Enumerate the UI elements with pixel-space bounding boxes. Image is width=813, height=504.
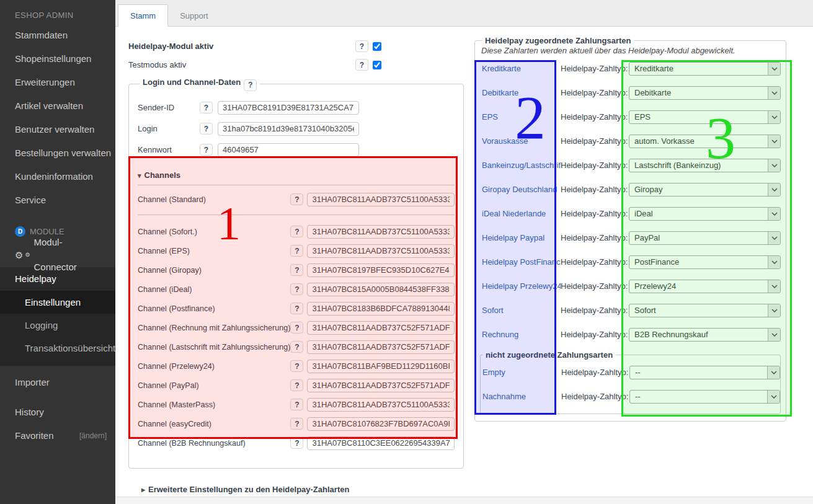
- zahltyp-select[interactable]: PayPal: [629, 231, 781, 245]
- help-icon[interactable]: ?: [290, 399, 303, 410]
- chevron-down-icon[interactable]: [768, 232, 780, 244]
- payment-name-link[interactable]: Rechnung: [480, 330, 561, 339]
- zahltyp-select[interactable]: --: [629, 366, 780, 379]
- field-label: Sender-ID: [138, 103, 200, 112]
- sidebar-item[interactable]: Stammdaten: [0, 24, 115, 47]
- channel-input[interactable]: [307, 244, 455, 258]
- channel-input[interactable]: [307, 193, 455, 206]
- zahltyp-select[interactable]: iDeal: [629, 207, 781, 221]
- sidebar-subitem-einstellungen[interactable]: Einstellungen: [0, 291, 115, 314]
- sidebar-item-modul-connector[interactable]: ⚙⚙ Modul-Connector: [0, 242, 115, 267]
- chevron-down-icon[interactable]: [768, 329, 780, 341]
- zahltyp-select[interactable]: Lastschrift (Bankeinzug): [629, 159, 781, 172]
- help-icon[interactable]: ?: [290, 245, 303, 257]
- help-icon[interactable]: ?: [290, 226, 303, 237]
- zahltyp-select[interactable]: Debitkarte: [629, 86, 781, 100]
- payment-name-link[interactable]: Heidelpay Paypal: [480, 233, 561, 242]
- chevron-down-icon[interactable]: [768, 304, 780, 317]
- chevron-down-icon[interactable]: [768, 208, 780, 220]
- channel-input[interactable]: [307, 340, 455, 354]
- zahltyp-select[interactable]: EPS: [629, 110, 781, 124]
- zahltyp-select[interactable]: PostFinance: [629, 255, 781, 269]
- chevron-down-icon[interactable]: [768, 135, 780, 148]
- channel-input[interactable]: [307, 283, 455, 296]
- help-icon[interactable]: ?: [290, 341, 303, 353]
- zahltyp-select[interactable]: Kreditkarte: [629, 62, 781, 76]
- zahltyp-select[interactable]: Przelewy24: [629, 280, 781, 293]
- channels-collapse-header[interactable]: ▾Channels: [138, 170, 455, 180]
- channel-input[interactable]: [307, 321, 455, 335]
- sidebar-item[interactable]: Service: [0, 188, 115, 212]
- payment-name-link[interactable]: Heidelpay Przelewy24: [480, 281, 561, 291]
- payment-name-link[interactable]: Bankeinzug/Lastschrift: [480, 161, 561, 170]
- chevron-down-icon[interactable]: [768, 183, 780, 196]
- sidebar-item[interactable]: Erweiterungen: [0, 71, 115, 94]
- help-icon[interactable]: ?: [290, 303, 303, 314]
- chevron-down-icon[interactable]: [768, 63, 780, 75]
- tab-support[interactable]: Support: [168, 5, 220, 26]
- payment-name-link[interactable]: Debitkarte: [480, 88, 561, 97]
- payment-name-link[interactable]: Giropay Deutschland: [480, 185, 561, 194]
- channel-input[interactable]: [307, 263, 455, 277]
- help-icon[interactable]: ?: [290, 379, 303, 391]
- zahltyp-select[interactable]: Sofort: [629, 304, 781, 317]
- payment-name-link[interactable]: Nachnahme: [481, 392, 561, 401]
- payment-name-link[interactable]: Heidelpay PostFinance: [480, 257, 561, 267]
- channel-input[interactable]: [307, 225, 455, 239]
- chevron-down-icon[interactable]: [768, 159, 780, 172]
- favoriten-edit-link[interactable]: [ändern]: [79, 424, 107, 448]
- channel-input[interactable]: [307, 379, 455, 392]
- zahltyp-select[interactable]: autom. Vorkasse: [629, 135, 781, 148]
- sidebar-item[interactable]: Shopeinstellungen: [0, 47, 115, 71]
- chevron-down-icon[interactable]: [768, 111, 780, 123]
- sidebar-item[interactable]: Benutzer verwalten: [0, 118, 115, 141]
- payment-name-link[interactable]: EPS: [480, 112, 561, 122]
- help-icon[interactable]: ?: [290, 360, 303, 372]
- help-icon[interactable]: ?: [290, 418, 303, 430]
- sidebar-item-history[interactable]: History: [0, 400, 115, 424]
- help-icon[interactable]: ?: [355, 40, 368, 52]
- field-input[interactable]: [218, 143, 359, 157]
- channel-input[interactable]: [307, 398, 455, 412]
- payment-name-link[interactable]: Kreditkarte: [480, 64, 561, 73]
- chevron-down-icon[interactable]: [767, 366, 780, 379]
- chevron-down-icon[interactable]: [767, 391, 780, 403]
- testmode-checkbox[interactable]: [373, 61, 381, 69]
- chevron-down-icon[interactable]: [768, 280, 780, 293]
- sidebar-item-importer[interactable]: Importer: [0, 371, 115, 394]
- sidebar-subitem-transaktionsuebersicht[interactable]: Transaktionsübersicht: [0, 337, 115, 360]
- section-erweiterte-einstellungen[interactable]: ▸Erweiterte Einstellungen zu den Heidelp…: [141, 485, 813, 494]
- sidebar-item[interactable]: Kundeninformation: [0, 165, 115, 188]
- field-input[interactable]: [218, 122, 359, 136]
- help-icon[interactable]: ?: [290, 322, 303, 334]
- sidebar-subitem-logging[interactable]: Logging: [0, 314, 115, 337]
- zahltyp-select[interactable]: Giropay: [629, 183, 781, 197]
- field-input[interactable]: [218, 101, 359, 115]
- channel-input[interactable]: [307, 417, 455, 431]
- payment-name-link[interactable]: Empty: [481, 368, 561, 377]
- chevron-down-icon[interactable]: [768, 87, 780, 99]
- channel-input[interactable]: [307, 302, 455, 316]
- help-icon[interactable]: ?: [200, 144, 213, 156]
- help-icon[interactable]: ?: [290, 283, 303, 295]
- channel-input[interactable]: [307, 360, 455, 373]
- zahltyp-select[interactable]: --: [629, 390, 780, 404]
- sidebar-item-favoriten[interactable]: Favoriten [ändern]: [0, 424, 115, 448]
- help-icon[interactable]: ?: [355, 59, 368, 71]
- help-icon[interactable]: ?: [290, 193, 303, 205]
- help-icon[interactable]: ?: [290, 264, 303, 276]
- payment-name-link[interactable]: iDeal Niederlande: [480, 209, 561, 218]
- sidebar-item[interactable]: Artikel verwalten: [0, 94, 115, 118]
- help-icon[interactable]: ?: [200, 123, 213, 135]
- payment-name-link[interactable]: Sofort: [480, 306, 561, 315]
- tab-stamm[interactable]: Stamm: [118, 4, 168, 27]
- chevron-down-icon[interactable]: [768, 256, 780, 268]
- help-icon[interactable]: ?: [200, 102, 213, 113]
- module-active-checkbox[interactable]: [373, 42, 381, 51]
- help-icon[interactable]: ?: [244, 79, 257, 91]
- channel-input[interactable]: [307, 436, 455, 450]
- sidebar-item[interactable]: Bestellungen verwalten: [0, 141, 115, 165]
- zahltyp-select[interactable]: B2B Rechnungskauf: [629, 328, 781, 342]
- help-icon[interactable]: ?: [290, 437, 303, 449]
- payment-name-link[interactable]: Vorauskasse: [480, 136, 561, 146]
